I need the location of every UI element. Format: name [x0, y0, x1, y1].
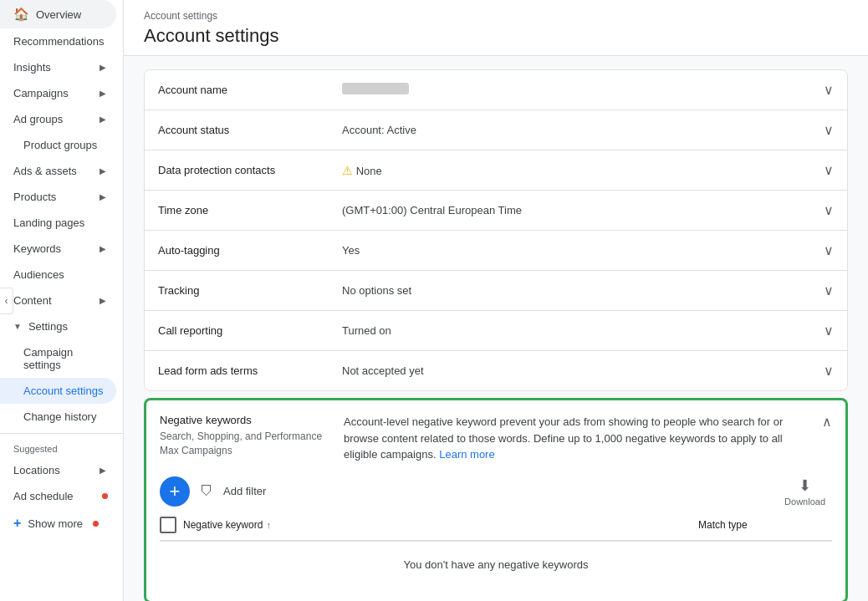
sidebar-item-overview[interactable]: 🏠 Overview: [0, 0, 116, 28]
learn-more-link[interactable]: Learn more: [439, 448, 494, 461]
warning-icon: ⚠: [342, 164, 353, 177]
sidebar-label: Ad schedule: [13, 490, 74, 502]
page-header: Account settings Account settings: [124, 0, 868, 56]
blurred-value: [342, 83, 409, 94]
sidebar-label: Keywords: [13, 242, 61, 255]
sidebar-label: Settings: [28, 320, 68, 333]
sidebar-section-suggested: Suggested: [0, 437, 123, 457]
main-content: Account settings Account settings Accoun…: [124, 0, 868, 601]
expand-icon: ▶: [100, 296, 106, 305]
col-header-match-type: Match type: [698, 519, 832, 531]
sidebar-label: Content: [13, 294, 52, 307]
account-name-value: [342, 83, 817, 97]
lead-form-value: Not accepted yet: [342, 364, 817, 377]
lead-form-row[interactable]: Lead form ads terms Not accepted yet ∨: [145, 351, 847, 390]
show-more-label: Show more: [28, 517, 83, 530]
show-more-button[interactable]: + Show more: [0, 509, 123, 537]
expand-icon: ▶: [100, 89, 106, 98]
negative-keywords-title: Negative keywords: [160, 414, 344, 426]
sidebar-item-change-history[interactable]: Change history: [0, 404, 116, 430]
sidebar-item-account-settings[interactable]: Account settings: [0, 378, 116, 404]
breadcrumb: Account settings: [144, 10, 848, 22]
sidebar-item-ad-groups[interactable]: Ad groups ▶: [0, 106, 116, 132]
sidebar-item-ad-schedule[interactable]: Ad schedule: [0, 483, 116, 509]
select-all-checkbox[interactable]: [160, 517, 176, 533]
auto-tagging-row[interactable]: Auto-tagging Yes ∨: [145, 231, 847, 271]
account-status-value: Account: Active: [342, 124, 817, 136]
sidebar-item-keywords[interactable]: Keywords ▶: [0, 236, 116, 262]
negative-keywords-title-col: Negative keywords Search, Shopping, and …: [160, 414, 344, 458]
settings-card: Account name ∨ Account status Account: A…: [144, 69, 848, 391]
sidebar-label: Account settings: [23, 385, 103, 397]
timezone-value: (GMT+01:00) Central European Time: [342, 204, 817, 216]
sidebar-item-insights[interactable]: Insights ▶: [0, 54, 116, 80]
timezone-row[interactable]: Time zone (GMT+01:00) Central European T…: [145, 191, 847, 231]
call-reporting-value: Turned on: [342, 324, 817, 337]
sidebar-item-landing-pages[interactable]: Landing pages: [0, 210, 116, 236]
sidebar-label: Locations: [13, 464, 60, 476]
sidebar-item-recommendations[interactable]: Recommendations: [0, 28, 116, 54]
content-area: Account name ∨ Account status Account: A…: [124, 56, 868, 601]
add-negative-keyword-button[interactable]: +: [160, 476, 190, 507]
expand-icon: ▶: [100, 166, 106, 176]
chevron-down-icon: ∨: [824, 162, 834, 178]
sidebar-label: Ads & assets: [13, 165, 77, 177]
sidebar-collapse-button[interactable]: ‹: [0, 288, 13, 314]
sort-icon[interactable]: ↑: [266, 520, 271, 530]
sidebar-label: Campaign settings: [23, 346, 106, 371]
sidebar-item-campaign-settings[interactable]: Campaign settings: [0, 339, 116, 378]
tracking-row[interactable]: Tracking No options set ∨: [145, 271, 847, 311]
lead-form-label: Lead form ads terms: [158, 364, 342, 377]
negative-keywords-collapse-icon[interactable]: ∧: [822, 414, 832, 430]
tracking-value: No options set: [342, 284, 817, 297]
chevron-down-icon: ∨: [824, 283, 834, 298]
auto-tagging-label: Auto-tagging: [158, 244, 342, 257]
expand-icon: ▶: [100, 192, 106, 201]
timezone-label: Time zone: [158, 204, 342, 216]
table-empty-message: You don't have any negative keywords: [160, 542, 832, 588]
expand-icon: ▶: [100, 63, 106, 72]
chevron-down-icon: ∨: [824, 242, 834, 258]
call-reporting-row[interactable]: Call reporting Turned on ∨: [145, 311, 847, 351]
collapse-icon: ‹: [5, 295, 8, 307]
chevron-down-icon: ∨: [824, 202, 834, 218]
account-name-label: Account name: [158, 84, 342, 96]
sidebar-item-products[interactable]: Products ▶: [0, 184, 116, 210]
sidebar-divider: [0, 433, 123, 434]
download-button[interactable]: ⬇ Download: [778, 473, 832, 510]
sidebar-label: Product groups: [23, 139, 97, 151]
chevron-down-icon: ∨: [824, 122, 834, 138]
chevron-down-icon: ∨: [824, 363, 834, 379]
call-reporting-label: Call reporting: [158, 324, 342, 337]
sidebar-label: Overview: [36, 8, 81, 21]
data-protection-row[interactable]: Data protection contacts ⚠ None ∨: [145, 150, 847, 191]
chevron-down-icon: ∨: [824, 82, 834, 98]
sidebar-label: Change history: [23, 410, 96, 423]
table-header: Negative keyword ↑ Match type: [160, 517, 832, 542]
expand-icon: ▶: [100, 115, 106, 124]
sidebar-item-ads-assets[interactable]: Ads & assets ▶: [0, 158, 116, 184]
sidebar-item-content[interactable]: Content ▶: [0, 288, 116, 313]
sidebar-label: Insights: [13, 61, 51, 74]
tracking-label: Tracking: [158, 284, 342, 297]
sidebar-item-audiences[interactable]: Audiences: [0, 262, 116, 288]
sidebar-label: Recommendations: [13, 35, 104, 48]
auto-tagging-value: Yes: [342, 244, 817, 257]
sidebar-item-locations[interactable]: Locations ▶: [0, 457, 116, 483]
sidebar-label: Ad groups: [13, 113, 63, 125]
download-label: Download: [784, 497, 825, 507]
download-icon: ⬇: [799, 476, 811, 495]
chevron-down-icon: ∨: [824, 323, 834, 339]
sidebar-item-product-groups[interactable]: Product groups: [0, 132, 116, 158]
account-status-row[interactable]: Account status Account: Active ∨: [145, 110, 847, 150]
sidebar-item-campaigns[interactable]: Campaigns ▶: [0, 80, 116, 106]
negative-keywords-header: Negative keywords Search, Shopping, and …: [146, 400, 845, 463]
plus-icon: +: [13, 516, 21, 531]
account-name-row[interactable]: Account name ∨: [145, 70, 847, 110]
sidebar-label: Audiences: [13, 268, 64, 281]
sidebar-item-settings[interactable]: ▼ Settings: [0, 313, 116, 339]
filter-icon[interactable]: ⛉: [197, 481, 217, 502]
home-icon: 🏠: [13, 7, 29, 22]
expand-icon: ▶: [100, 466, 106, 475]
negative-keywords-toolbar: + ⛉ Add filter ⬇ Download: [146, 463, 845, 517]
